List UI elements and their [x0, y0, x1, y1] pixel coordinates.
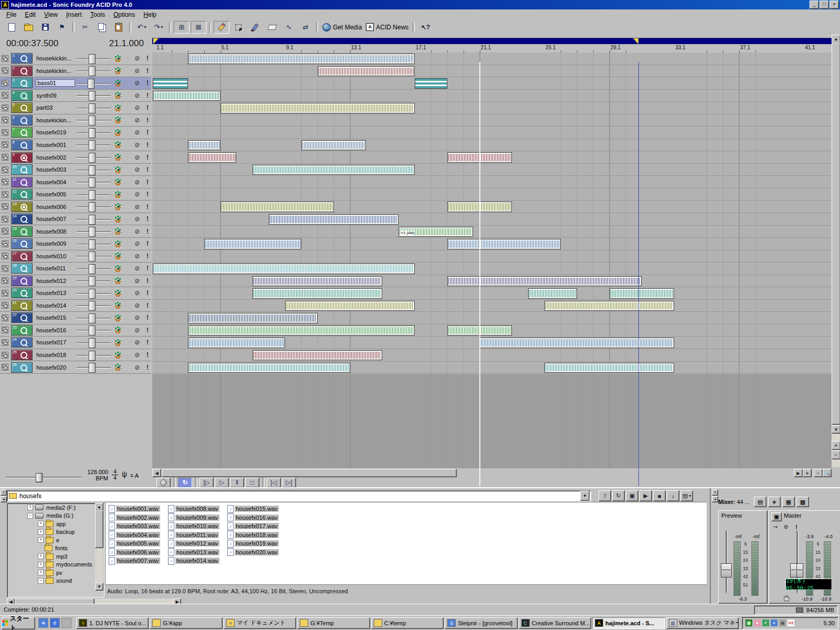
- clip-housefx015[interactable]: [188, 313, 318, 323]
- file-item[interactable]: ♪housefx006.wav: [109, 548, 167, 557]
- title-bar[interactable]: A hajimete.acd - Sonic Foundry ACID Pro …: [0, 0, 840, 9]
- track-fx-dropdown[interactable]: ▾: [118, 328, 120, 332]
- zoom-in-time-button[interactable]: +: [803, 469, 812, 477]
- track-solo-button[interactable]: !: [144, 154, 151, 161]
- task-button--[interactable]: ≡マイ ドキュメント: [224, 617, 296, 629]
- quicklaunch-ie-icon[interactable]: e: [50, 618, 60, 628]
- file-item[interactable]: ♪housefx007.wav: [109, 556, 167, 565]
- track-solo-button[interactable]: !: [144, 339, 151, 346]
- clip-synth09[interactable]: [153, 91, 220, 101]
- explorer-path-combo[interactable]: housefx: [7, 490, 591, 501]
- track-fx-dropdown[interactable]: ▾: [118, 167, 120, 172]
- cut-button[interactable]: ✂: [77, 21, 93, 34]
- track-volume-slider[interactable]: [77, 227, 111, 236]
- track-header-housefx019[interactable]: 7housefx019▾⊘!: [0, 127, 151, 139]
- track-mute-button[interactable]: ⊘: [133, 129, 141, 136]
- undo-button[interactable]: ↶▾: [134, 21, 150, 34]
- track-solo-button[interactable]: !: [144, 265, 151, 272]
- loop-start-marker[interactable]: [153, 38, 159, 44]
- file-item[interactable]: ♪housefx017.wav: [227, 522, 286, 531]
- track-fx-icon[interactable]: [115, 204, 117, 206]
- track-minimize-button[interactable]: [2, 92, 8, 99]
- whats-this-button[interactable]: [417, 21, 433, 34]
- track-mute-button[interactable]: ⊘: [133, 55, 141, 62]
- zoom-out-track-height-button[interactable]: −: [832, 450, 840, 459]
- file-item[interactable]: ♪housefx005.wav: [109, 539, 167, 548]
- track-fx-icon[interactable]: [115, 167, 117, 169]
- track-mute-button[interactable]: ⊘: [133, 178, 141, 186]
- file-item[interactable]: ♪housefx010.wav: [168, 522, 227, 531]
- zoom-in-track-height-button[interactable]: +: [832, 441, 840, 450]
- file-item[interactable]: ♪housefx008.wav: [168, 505, 227, 513]
- track-mute-button[interactable]: ⊘: [133, 314, 141, 321]
- clip-housefx017[interactable]: [188, 338, 285, 348]
- track-minimize-button[interactable]: [2, 290, 8, 297]
- tree-item-backup[interactable]: +backup: [7, 528, 104, 537]
- track-mute-button[interactable]: ⊘: [133, 277, 141, 285]
- track-header-housefx017[interactable]: 24housefx017▾⊘!: [0, 337, 151, 349]
- track-fx-dropdown[interactable]: ▾: [118, 365, 120, 370]
- paste-button[interactable]: [111, 21, 127, 34]
- track-solo-button[interactable]: !: [144, 79, 151, 87]
- track-header-housefx006[interactable]: 13housefx006▾⊘!: [0, 201, 151, 213]
- track-volume-thumb[interactable]: [89, 54, 96, 64]
- track-volume-slider[interactable]: [77, 116, 111, 124]
- clip-housefx002[interactable]: [188, 152, 237, 163]
- track-volume-thumb[interactable]: [88, 79, 94, 89]
- task-button-windows-[interactable]: ▥Windows タスク マネー...: [666, 617, 739, 629]
- fader-lock-icon[interactable]: [784, 597, 789, 601]
- track-minimize-button[interactable]: [2, 364, 8, 371]
- track-fx-icon[interactable]: [115, 229, 117, 230]
- tree-expander[interactable]: +: [38, 537, 44, 543]
- mixer-collapse-button[interactable]: ◂: [712, 496, 718, 502]
- clip-housekickin...[interactable]: [188, 54, 415, 64]
- task-button-sleipnir-groovetool-[interactable]: SSleipnir - [groovetool]: [445, 617, 517, 629]
- track-mute-button[interactable]: ⊘: [133, 79, 141, 87]
- clip-housefx011[interactable]: [153, 264, 415, 274]
- track-volume-slider[interactable]: [77, 103, 111, 112]
- start-button[interactable]: スタート: [2, 617, 35, 629]
- track-minimize-button[interactable]: [2, 265, 8, 272]
- track-header-housefx012[interactable]: 19housefx012▾⊘!: [0, 275, 151, 288]
- track-volume-thumb[interactable]: [89, 116, 96, 125]
- mixer-close-button[interactable]: ×: [712, 489, 718, 496]
- preview-fader-track[interactable]: [726, 531, 728, 593]
- track-minimize-button[interactable]: [2, 191, 8, 198]
- track-header-housefx001[interactable]: 8housefx001▾⊘!: [0, 139, 151, 152]
- track-fx-icon[interactable]: [115, 192, 117, 194]
- track-fx-icon[interactable]: [115, 254, 117, 255]
- tray-clock[interactable]: 5:30: [824, 620, 835, 626]
- track-volume-slider[interactable]: [77, 338, 111, 347]
- file-item[interactable]: ♪housefx009.wav: [168, 513, 227, 522]
- file-item[interactable]: ♪housefx018.wav: [227, 531, 286, 540]
- track-header-housefx011[interactable]: 18housefx011▾⊘!: [0, 262, 151, 275]
- track-header-housefx016[interactable]: 23housefx016▾⊘!: [0, 324, 151, 337]
- task-button-g-temp[interactable]: G:¥Temp: [297, 617, 370, 629]
- track-volume-thumb[interactable]: [89, 363, 96, 373]
- track-fx-dropdown[interactable]: ▾: [118, 56, 120, 61]
- tray-display-icon[interactable]: ▦: [746, 620, 752, 626]
- preview-fader-thumb[interactable]: [721, 563, 732, 578]
- track-minimize-button[interactable]: [2, 141, 8, 148]
- clip-housefx009[interactable]: [447, 239, 561, 249]
- clip-housekickin...[interactable]: [318, 66, 415, 77]
- go-to-end-button[interactable]: ▷|: [282, 478, 296, 488]
- track-mute-button[interactable]: ⊘: [133, 265, 141, 272]
- track-solo-button[interactable]: !: [144, 314, 151, 321]
- track-volume-thumb[interactable]: [89, 177, 96, 187]
- track-solo-button[interactable]: !: [144, 215, 151, 223]
- clip-housefx017[interactable]: [480, 338, 675, 348]
- track-solo-button[interactable]: !: [144, 277, 151, 285]
- track-mute-button[interactable]: ⊘: [133, 351, 141, 359]
- track-volume-slider[interactable]: [77, 54, 111, 63]
- track-fx-dropdown[interactable]: ▾: [118, 93, 120, 98]
- clip-housefx003[interactable]: [253, 165, 415, 175]
- track-header-housefx002[interactable]: 9housefx002▾⊘!: [0, 151, 151, 164]
- track-volume-thumb[interactable]: [89, 313, 96, 323]
- clip-housefx009[interactable]: [204, 239, 301, 249]
- track-volume-slider[interactable]: [77, 190, 111, 199]
- tree-scroll-up-button[interactable]: ▲: [95, 503, 103, 511]
- scroll-left-button[interactable]: ◀: [152, 469, 161, 477]
- track-minimize-button[interactable]: [2, 314, 8, 321]
- track-fx-icon[interactable]: [115, 81, 117, 82]
